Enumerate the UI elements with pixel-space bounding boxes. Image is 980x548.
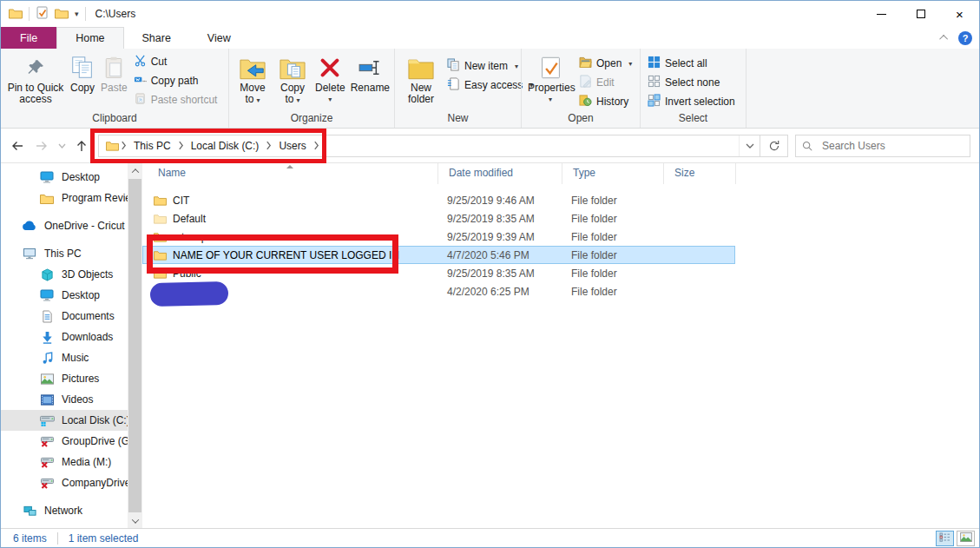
history-label: History [596,96,628,108]
sidebar-item-videos[interactable]: Videos [1,389,128,410]
sidebar-item-label: Videos [62,393,93,406]
file-type: File folder [562,267,664,280]
sidebar-item-local-disk-c[interactable]: Local Disk (C:) [1,410,128,431]
annotation-blue-scribble-redaction [150,281,229,307]
help-icon[interactable]: ? [958,31,972,45]
easy-access-icon [447,77,460,93]
minimize-button[interactable] [862,1,901,27]
sidebar-item-onedrive-cricut[interactable]: OneDrive - Cricut [1,215,128,236]
qat-customize-caret-icon[interactable]: ▾ [75,10,79,18]
forward-button[interactable] [30,135,53,157]
cut-label: Cut [151,56,168,68]
address-dropdown-icon[interactable] [739,135,760,156]
file-row-cit[interactable]: CIT9/25/2019 9:46 AMFile folder [142,191,735,209]
copy-button[interactable]: Copy [67,51,98,96]
select-all-button[interactable]: Select all [648,56,735,71]
move-to-button[interactable]: Move to▾ [233,51,273,108]
open-content: Properties ▾ Open ▾ Edit Histo [522,49,640,110]
properties-button[interactable]: Properties ▾ [525,51,576,107]
sidebar-scrollbar[interactable] [128,163,142,528]
titlebar-separator [29,7,30,21]
rename-icon [358,53,382,83]
annotation-red-box-breadcrumb [90,129,326,163]
sidebar-item-downloads[interactable]: Downloads [1,327,128,347]
tab-view[interactable]: View [189,27,249,49]
rename-button[interactable]: Rename [348,51,392,96]
documents-icon [39,310,55,323]
sidebar-item-music[interactable]: Music [1,347,128,368]
paste-shortcut-button[interactable]: Paste shortcut [134,92,218,108]
column-header-size[interactable]: Size [664,163,736,184]
file-type: File folder [562,195,664,207]
paste-button[interactable]: Paste [98,51,130,96]
qat-properties-icon[interactable] [36,6,49,22]
column-header-date-modified[interactable]: Date modified [438,163,562,184]
sidebar-item-pictures[interactable]: Pictures [1,368,128,389]
collapse-ribbon-icon[interactable] [939,35,948,43]
close-button[interactable]: × [940,1,979,27]
column-header-name[interactable]: Name [142,163,438,184]
ribbon-spacer [746,49,979,128]
select-none-button[interactable]: Select none [648,75,735,90]
sidebar-item-program-review[interactable]: Program Review [1,188,128,208]
file-row-item[interactable]: 4/2/2020 6:25 PMFile folder [142,282,735,300]
selected-count: 1 item selected [69,532,139,545]
scroll-down-icon[interactable] [128,513,142,528]
sidebar-item-network[interactable]: Network [1,500,128,521]
folder-icon [39,193,55,204]
scrollbar-thumb[interactable] [128,179,141,512]
items-count: 6 items [13,532,47,545]
recent-locations-button[interactable] [55,135,69,157]
sidebar-item-documents[interactable]: Documents [1,306,128,327]
maximize-button[interactable] [901,1,940,27]
copy-path-button[interactable]: Copy path [134,73,218,89]
sidebar-item-desktop[interactable]: Desktop [1,285,128,306]
desktop-icon [39,289,55,301]
copy-path-icon [134,73,147,89]
file-row-default[interactable]: Default9/25/2019 8:35 AMFile folder [142,209,735,228]
sidebar-item-label: CompanyDrive ( [62,477,128,489]
select-none-icon [648,75,661,90]
large-icons-view-button[interactable] [957,531,975,546]
select-none-label: Select none [665,76,720,89]
column-header-type[interactable]: Type [562,163,664,184]
sidebar-item-desktop[interactable]: Desktop [1,167,128,188]
ribbon-tabstrip: File Home Share View ? [1,27,979,49]
edit-button[interactable]: Edit [579,75,632,90]
copy-to-button[interactable]: Copy to▾ [273,51,312,108]
delete-button[interactable]: Delete ▾ [312,51,348,107]
pin-to-quick-access-button[interactable]: Pin to Quick access [4,51,67,107]
file-type: File folder [562,231,664,243]
new-folder-button[interactable]: New folder [398,51,444,107]
search-box[interactable] [795,135,970,157]
paste-shortcut-icon [134,92,147,108]
sidebar-item-this-pc[interactable]: This PC [1,243,128,264]
maximize-icon [917,10,925,18]
refresh-button[interactable] [760,135,788,157]
tab-home[interactable]: Home [56,27,123,49]
open-button[interactable]: Open ▾ [579,56,632,71]
ribbon-group-select: Select all Select none Invert selection … [640,49,746,128]
sidebar-item-companydrive[interactable]: CompanyDrive ( [1,472,128,493]
history-button[interactable]: History [579,94,632,109]
scroll-up-icon[interactable] [128,163,142,178]
details-view-button[interactable] [936,531,954,546]
sidebar-item-label: Music [62,352,89,364]
back-button[interactable] [6,135,29,157]
search-input[interactable] [820,139,950,153]
sidebar-item-label: Desktop [62,171,100,183]
invert-selection-button[interactable]: Invert selection [648,94,735,109]
tab-share[interactable]: Share [124,27,189,49]
sidebar-item-label: OneDrive - Cricut [44,220,125,232]
sidebar-item-media-m[interactable]: Media (M:) [1,452,128,472]
tab-file[interactable]: File [1,27,56,49]
dropdown-caret-icon: ▾ [328,94,332,105]
sidebar-item-3d-objects[interactable]: 3D Objects [1,264,128,285]
network-icon [22,505,37,517]
edit-icon [579,75,592,90]
computer-icon [22,248,37,260]
paste-label: Paste [101,83,128,94]
cut-button[interactable]: Cut [134,54,218,69]
qat-new-folder-icon[interactable] [55,7,69,22]
sidebar-item-groupdrive-g[interactable]: GroupDrive (G:) [1,431,128,452]
